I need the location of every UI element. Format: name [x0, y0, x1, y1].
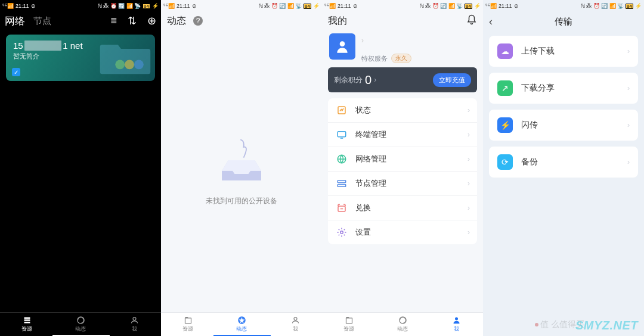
svg-point-4: [133, 318, 136, 321]
transfer-item-backup[interactable]: ⟳备份›: [489, 147, 638, 178]
sort-icon[interactable]: ⇅: [128, 15, 137, 26]
exchange-icon: [335, 203, 348, 213]
chevron-right-icon: ›: [467, 204, 470, 212]
check-icon: ✓: [12, 68, 20, 76]
bottom-nav: 资源 动态 我: [322, 312, 483, 336]
chevron-right-icon: ›: [627, 84, 630, 92]
item-label: 闪传: [521, 120, 538, 130]
header: 我的: [322, 12, 483, 30]
nav-resource[interactable]: 资源: [322, 313, 376, 336]
card-suffix: 1 net: [63, 41, 82, 51]
menu-icon[interactable]: ≡: [110, 15, 117, 26]
avatar: [329, 33, 355, 60]
transfer-item-share[interactable]: ↗下载分享›: [489, 73, 638, 104]
svg-point-6: [340, 41, 345, 46]
node-icon: [335, 178, 348, 189]
chevron-right-icon: ›: [467, 106, 470, 114]
svg-rect-11: [338, 185, 346, 187]
screen-dynamic: ⁵ᴳ📶21:11⊝ ℕ ⁂ ⏰ 🔄 📶 📡84⚡ 动态 ? 未找到可用的公开设备…: [161, 0, 322, 336]
cloud-icon: ☁: [497, 43, 513, 59]
settings-icon: [335, 227, 348, 238]
svg-point-13: [340, 231, 343, 234]
menu-item-settings[interactable]: 设置›: [328, 220, 477, 244]
network-icon: [335, 154, 348, 164]
chevron-right-icon: ›: [627, 47, 630, 55]
nav-dynamic[interactable]: 动态: [54, 313, 107, 336]
menu-item-terminal[interactable]: 终端管理›: [328, 122, 477, 147]
page-title: 动态: [167, 15, 186, 27]
nav-resource[interactable]: 资源: [0, 313, 54, 336]
menu-label: 状态: [355, 105, 371, 116]
flash-icon: ⚡: [497, 117, 513, 133]
add-icon[interactable]: ⊕: [147, 15, 156, 26]
vip-badge: 永久: [391, 54, 411, 63]
page-title: 我的: [328, 15, 347, 27]
share-icon: ↗: [497, 80, 513, 96]
status-bar: ⁵ᴳ📶21:11⊝ ℕ ⁂ ⏰ 🔄 📶 📡84⚡: [483, 0, 644, 12]
backup-icon: ⟳: [497, 154, 513, 170]
tab-node[interactable]: 节点: [33, 15, 51, 27]
chevron-right-icon: ›: [467, 228, 470, 237]
points-bar[interactable]: 剩余积分 0 › 立即充值: [328, 67, 477, 92]
back-icon[interactable]: ‹: [489, 15, 493, 28]
menu-label: 节点管理: [355, 178, 386, 189]
help-icon[interactable]: ?: [193, 16, 203, 26]
menu-list: 状态›终端管理›网络管理›节点管理›兑换›设置›: [328, 98, 477, 244]
tab-network[interactable]: 网络: [5, 14, 25, 28]
inbox-illustration: [209, 136, 274, 184]
status-bar: ⁵ᴳ📶21:11⊝ ℕ ⁂ ⏰ 🔄 📶 📡84⚡: [0, 0, 161, 12]
chevron-right-icon: ›: [361, 36, 364, 45]
chevron-right-icon: ›: [467, 179, 470, 188]
nav-resource[interactable]: 资源: [161, 313, 215, 336]
svg-point-5: [294, 318, 297, 321]
transfer-item-cloud[interactable]: ☁上传下载›: [489, 36, 638, 67]
status-bar: ⁵ᴳ📶21:11⊝ ℕ ⁂ ⏰ 🔄 📶 📡84⚡: [161, 0, 322, 12]
menu-item-exchange[interactable]: 兑换›: [328, 195, 477, 220]
status-icon: [335, 105, 348, 116]
chevron-right-icon: ›: [627, 158, 630, 166]
svg-point-2: [134, 60, 144, 69]
page-title: 传输: [555, 16, 572, 27]
profile-zone[interactable]: › 特权服务 永久: [322, 30, 483, 63]
chevron-right-icon: ›: [627, 121, 630, 129]
network-card[interactable]: 15 0000 000 1 net 暂无简介 ✓: [6, 35, 155, 81]
chevron-right-icon: ›: [467, 155, 470, 163]
transfer-list: ☁上传下载›↗下载分享›⚡闪传›⟳备份›: [483, 31, 644, 178]
menu-item-network[interactable]: 网络管理›: [328, 147, 477, 171]
header: ‹ 传输: [483, 12, 644, 31]
card-hidden: 0000 000: [24, 41, 62, 51]
header: 动态 ?: [161, 12, 322, 30]
screen-mine: ⁵ᴳ📶21:11⊝ ℕ ⁂ ⏰ 🔄 📶 📡84⚡ 我的 › 特权服务 永久 剩余…: [322, 0, 483, 336]
nav-me[interactable]: 我: [429, 313, 483, 336]
transfer-item-flash[interactable]: ⚡闪传›: [489, 110, 638, 141]
item-label: 下载分享: [521, 83, 555, 94]
status-bar: ⁵ᴳ📶21:11⊝ ℕ ⁂ ⏰ 🔄 📶 📡84⚡: [322, 0, 483, 12]
screen-transfer: ⁵ᴳ📶21:11⊝ ℕ ⁂ ⏰ 🔄 📶 📡84⚡ ‹ 传输 ☁上传下载›↗下载分…: [483, 0, 644, 336]
empty-state: 未找到可用的公开设备: [161, 30, 322, 312]
points-label: 剩余积分: [334, 75, 363, 85]
menu-item-node[interactable]: 节点管理›: [328, 171, 477, 195]
svg-point-0: [115, 60, 125, 69]
svg-point-1: [125, 60, 134, 69]
menu-label: 网络管理: [355, 154, 386, 164]
vip-label: 特权服务: [361, 54, 388, 63]
bell-icon[interactable]: [466, 14, 477, 28]
card-subtitle: 暂无简介: [13, 52, 148, 61]
svg-point-15: [455, 318, 458, 321]
bottom-nav: 资源 动态 我: [0, 312, 161, 336]
nav-me[interactable]: 我: [107, 313, 161, 336]
nav-dynamic[interactable]: 动态: [215, 313, 268, 336]
menu-item-status[interactable]: 状态›: [328, 98, 477, 122]
svg-rect-8: [338, 132, 346, 137]
item-label: 备份: [521, 157, 538, 167]
menu-label: 兑换: [355, 203, 371, 213]
item-label: 上传下载: [521, 46, 555, 57]
nav-me[interactable]: 我: [268, 313, 322, 336]
charge-button[interactable]: 立即充值: [433, 73, 471, 87]
card-prefix: 15: [13, 41, 23, 51]
bottom-nav: 资源 动态 我: [161, 312, 322, 336]
screen-network: ⁵ᴳ📶21:11⊝ ℕ ⁂ ⏰ 🔄 📶 📡84⚡ 网络 节点 ≡ ⇅ ⊕ 15 …: [0, 0, 161, 336]
nav-dynamic[interactable]: 动态: [376, 313, 429, 336]
menu-label: 终端管理: [355, 129, 386, 140]
chevron-right-icon: ›: [467, 130, 470, 139]
